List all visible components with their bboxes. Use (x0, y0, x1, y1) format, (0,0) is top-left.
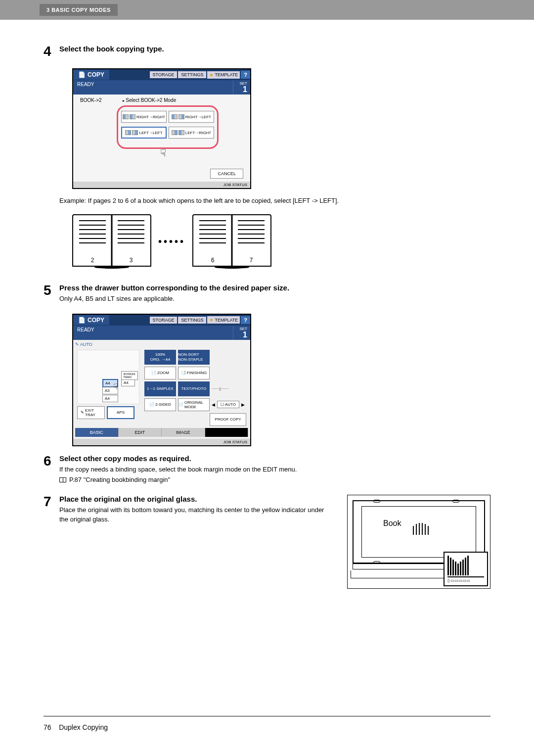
tab-empty (205, 428, 249, 437)
book-icon (172, 130, 178, 135)
book-icon (172, 114, 178, 119)
step-7: 7 Place the original on the original gla… (44, 495, 490, 589)
copy-tab[interactable]: 📄 COPY (73, 315, 109, 325)
drawer-a4b-button[interactable]: A4 (102, 395, 118, 402)
step-6-ref-text: P.87 "Creating bookbinding margin" (69, 475, 170, 485)
cursor-hand-icon: ☟ (160, 147, 166, 159)
auto-density-button[interactable]: ☐ AUTO (217, 401, 239, 408)
job-status-button[interactable]: JOB STATUS (73, 439, 250, 445)
left-left-button[interactable]: LEFT→LEFT (121, 127, 167, 139)
finishing-button[interactable]: 📑 FINISHING (178, 367, 210, 379)
left-right-button[interactable]: LEFT→RIGHT (169, 127, 214, 139)
ready-status: READY (73, 326, 233, 340)
right-right-button[interactable]: RIGHT→RIGHT (121, 111, 167, 123)
bypass-feed-button[interactable]: BYPASS FEED (121, 371, 138, 380)
right-left-button[interactable]: RIGHT→LEFT (169, 111, 214, 123)
set-number: 1 (236, 331, 247, 339)
footer: 76 Duplex Copying (44, 723, 108, 731)
sort-info-tile: NON-SORT NON-STAPLE (178, 350, 210, 365)
set-counter: SET 1 (233, 80, 250, 94)
storage-button[interactable]: STORAGE (150, 317, 178, 324)
step-7-number: 7 (44, 495, 59, 589)
help-button[interactable]: ? (241, 71, 250, 79)
proof-copy-button[interactable]: PROOF COPY (210, 413, 246, 426)
step-7-title: Place the original on the original glass… (59, 495, 332, 503)
density-track: ·····|····· (212, 386, 229, 391)
right-left-label: RIGHT→LEFT (185, 115, 211, 119)
copy-tab[interactable]: 📄 COPY (73, 70, 109, 80)
step-4: 4 Select the book copying type. (44, 45, 490, 58)
left-left-label: LEFT→LEFT (139, 131, 162, 135)
step-5-subtext: Only A4, B5 and LT sizes are applicable. (59, 294, 490, 304)
original-glass-diagram: Book (347, 495, 490, 589)
copy-icon: 📄 (78, 317, 86, 324)
book-ref-icon (59, 477, 66, 482)
star-icon: ★ (209, 72, 214, 78)
step-6-number: 6 (44, 454, 59, 485)
template-button[interactable]: ★TEMPLATE (207, 71, 240, 79)
book-diagram: 2 3 ••••• 6 (72, 214, 490, 269)
original-mode-button[interactable]: 📄 ORIGINAL MODE (178, 398, 210, 411)
two-sided-button[interactable]: 📄 2-SIDED (144, 398, 176, 411)
mode-prompt: Select BOOK->2 Mode (123, 97, 176, 103)
book-placement-label: Book (383, 519, 401, 528)
step-4-title: Select the book copying type. (59, 45, 490, 53)
set-number: 1 (236, 86, 247, 94)
mode-label: BOOK->2 (80, 97, 102, 103)
step-6-subtext: If the copy needs a binding space, selec… (59, 465, 490, 474)
copy-tab-label: COPY (88, 71, 104, 78)
aps-button[interactable]: APS (107, 406, 134, 419)
cancel-button[interactable]: CANCEL (210, 169, 243, 179)
page-number: 3 (118, 257, 144, 264)
storage-button[interactable]: STORAGE (150, 71, 178, 78)
arrow-left-icon[interactable]: ◀ (212, 402, 215, 407)
step-6-title: Select other copy modes as required. (59, 454, 490, 463)
tab-basic[interactable]: BASIC (75, 428, 119, 437)
step-7-subtext: Place the original with its bottom towar… (59, 505, 332, 524)
cursor-hand-icon: ☟ (113, 382, 118, 391)
book-icon (123, 114, 129, 119)
set-counter: SET 1 (233, 326, 250, 340)
step-5-title: Press the drawer button corresponding to… (59, 284, 490, 292)
settings-button[interactable]: SETTINGS (178, 71, 206, 78)
zoom-info-tile: 100%ORG. →A4 (144, 350, 176, 365)
step-5-number: 5 (44, 284, 59, 304)
chapter-label: 3 BASIC COPY MODES (40, 4, 118, 16)
ready-status: READY (73, 80, 233, 94)
zoom-button[interactable]: 📄 ZOOM (144, 367, 176, 379)
step-6: 6 Select other copy modes as required. I… (44, 454, 490, 485)
textphoto-info-tile: TEXT/PHOTO (178, 381, 210, 396)
copy-tab-label: COPY (88, 317, 104, 324)
drawer-a4r-button[interactable]: A4 (121, 379, 135, 386)
page-number: 6 (199, 257, 226, 264)
settings-button[interactable]: SETTINGS (178, 317, 206, 324)
page-number: 2 (79, 257, 106, 264)
footer-divider (44, 716, 490, 716)
help-button[interactable]: ? (241, 316, 250, 324)
left-right-label: LEFT→RIGHT (185, 131, 211, 135)
step-6-reference: P.87 "Creating bookbinding margin" (59, 475, 490, 485)
copy-panel-2: 📄 COPY STORAGE SETTINGS ★TEMPLATE ? READ… (72, 314, 251, 446)
tab-image[interactable]: IMAGE (162, 428, 205, 437)
step-5: 5 Press the drawer button corresponding … (44, 284, 490, 304)
exit-tray-button[interactable]: ✎ EXIT TRAY (77, 406, 105, 419)
step-4-number: 4 (44, 45, 59, 58)
copy-panel-1: 📄 COPY STORAGE SETTINGS ★TEMPLATE ? READ… (72, 68, 251, 189)
mode-highlight: RIGHT→RIGHT RIGHT→LEFT LEFT→LEFT LEFT→RI… (117, 105, 219, 149)
printer-diagram: A4 A3 A4 A4 BYPASS FEED ☟ (77, 350, 139, 404)
tab-edit[interactable]: EDIT (119, 428, 162, 437)
arrow-right-icon[interactable]: ▶ (241, 402, 245, 407)
page-number: 76 (44, 723, 51, 731)
book-icon (132, 130, 138, 135)
example-text: Example: If pages 2 to 6 of a book which… (59, 197, 490, 204)
section-title: Duplex Copying (59, 723, 108, 731)
ellipsis-icon: ••••• (158, 236, 185, 247)
book-icon (178, 130, 184, 135)
right-right-label: RIGHT→RIGHT (136, 115, 165, 119)
template-button[interactable]: ★TEMPLATE (207, 316, 240, 324)
zoom-detail: ▯ ▭▭▭▭▭ (444, 552, 488, 586)
template-label: TEMPLATE (215, 318, 238, 323)
auto-color-label: ✎ AUTO (75, 342, 248, 347)
copy-icon: 📄 (78, 71, 86, 78)
job-status-button[interactable]: JOB STATUS (73, 182, 250, 188)
